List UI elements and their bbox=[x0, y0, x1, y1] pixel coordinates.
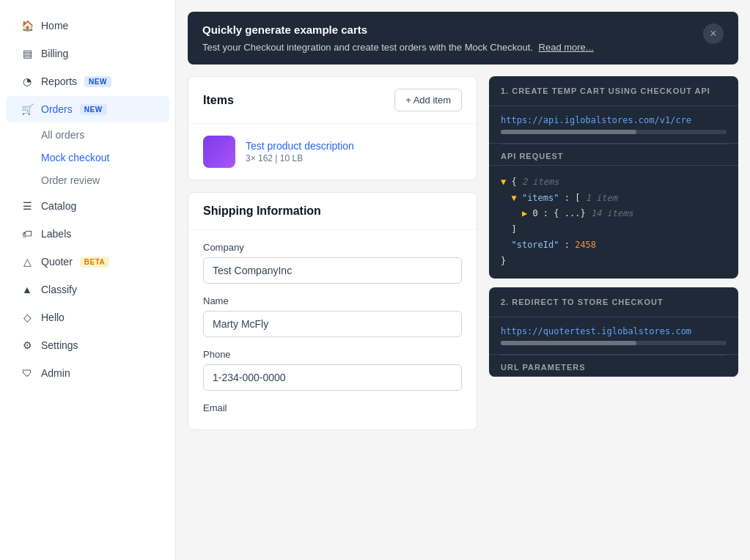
product-meta: 3× 162 | 10 LB bbox=[246, 153, 354, 163]
api-card-1-title: 1. CREATE TEMP CART USING CHECKOUT API bbox=[501, 86, 727, 95]
orders-badge: NEW bbox=[80, 104, 107, 115]
quoter-icon: △ bbox=[21, 255, 34, 268]
phone-label: Phone bbox=[203, 349, 462, 360]
api-url-1: https://api.iglobalstores.com/v1/cre bbox=[501, 115, 727, 125]
name-label: Name bbox=[203, 295, 462, 306]
code-line-1: ▼ { 2 items bbox=[501, 174, 727, 191]
items-title: Items bbox=[203, 94, 234, 107]
left-panel: Items + Add item Test product descriptio… bbox=[188, 76, 477, 430]
quoter-badge: BETA bbox=[80, 257, 109, 268]
sidebar-item-label: Billing bbox=[41, 48, 68, 59]
name-field: Name bbox=[203, 295, 462, 337]
banner-content: Quickly generate example carts Test your… bbox=[202, 23, 703, 53]
triangle-icon-2: ▼ bbox=[511, 193, 516, 203]
code-line-5: "storeId" : 2458 bbox=[501, 237, 727, 254]
banner-description: Test your Checkout integration and creat… bbox=[202, 42, 703, 53]
orders-icon: 🛒 bbox=[21, 103, 34, 116]
sidebar-item-label: Admin bbox=[41, 367, 70, 379]
banner-title: Quickly generate example carts bbox=[202, 23, 703, 36]
product-thumbnail bbox=[203, 136, 235, 168]
sidebar-item-labels[interactable]: 🏷 Labels bbox=[6, 221, 169, 247]
sidebar-item-classify[interactable]: ▲ Classify bbox=[6, 276, 169, 303]
company-input[interactable] bbox=[203, 257, 462, 284]
sidebar-item-mock-checkout[interactable]: Mock checkout bbox=[34, 147, 175, 169]
sidebar-item-label: Reports bbox=[41, 75, 77, 87]
sidebar-item-settings[interactable]: ⚙ Settings bbox=[6, 332, 169, 358]
sidebar-item-label: Quoter bbox=[41, 256, 73, 268]
shipping-body: Company Name Phone Email bbox=[188, 230, 477, 430]
sidebar-item-label: Orders bbox=[41, 103, 73, 115]
url-parameters-label: URL PARAMETERS bbox=[489, 355, 738, 377]
product-row: Test product description 3× 162 | 10 LB bbox=[188, 124, 477, 180]
sidebar-item-admin[interactable]: 🛡 Admin bbox=[6, 360, 169, 386]
api-card-2-header: 2. REDIRECT TO STORE CHECKOUT bbox=[489, 287, 738, 317]
sidebar-item-billing[interactable]: ▤ Billing bbox=[6, 40, 169, 67]
triangle-icon-3: ▶ bbox=[522, 208, 527, 218]
billing-icon: ▤ bbox=[21, 47, 34, 60]
content-area: Items + Add item Test product descriptio… bbox=[176, 76, 750, 442]
sidebar-item-all-orders[interactable]: All orders bbox=[34, 124, 175, 146]
reports-icon: ◔ bbox=[21, 75, 34, 88]
shipping-title: Shipping Information bbox=[203, 205, 462, 218]
settings-icon: ⚙ bbox=[21, 339, 34, 352]
api-url-scroll-thumb-1 bbox=[501, 130, 636, 134]
main-content: Quickly generate example carts Test your… bbox=[176, 0, 750, 560]
product-name: Test product description bbox=[246, 140, 354, 152]
sidebar-item-orders[interactable]: 🛒 Orders NEW bbox=[6, 96, 169, 122]
items-card: Items + Add item Test product descriptio… bbox=[188, 76, 477, 180]
banner-read-more-link[interactable]: Read more... bbox=[539, 42, 594, 53]
email-field: Email bbox=[203, 402, 462, 418]
sidebar-item-catalog[interactable]: ☰ Catalog bbox=[6, 193, 169, 219]
phone-input[interactable] bbox=[203, 364, 462, 391]
api-url-2: https://quotertest.iglobalstores.com bbox=[501, 326, 727, 336]
classify-icon: ▲ bbox=[21, 283, 34, 296]
code-line-3: ▶ 0 : { ...} 14 items bbox=[501, 206, 727, 222]
admin-icon: 🛡 bbox=[21, 366, 34, 380]
catalog-icon: ☰ bbox=[21, 199, 34, 213]
reports-badge: NEW bbox=[84, 76, 111, 87]
sidebar: 🏠 Home ▤ Billing ◔ Reports NEW 🛒 Orders … bbox=[0, 0, 176, 560]
sidebar-item-hello[interactable]: ◇ Hello bbox=[6, 304, 169, 331]
triangle-icon-1: ▼ bbox=[501, 177, 506, 187]
shipping-card: Shipping Information Company Name Phone bbox=[188, 192, 477, 430]
sidebar-item-order-review[interactable]: Order review bbox=[34, 169, 175, 191]
sidebar-item-label: Catalog bbox=[41, 200, 76, 212]
right-panel: 1. CREATE TEMP CART USING CHECKOUT API h… bbox=[489, 76, 738, 430]
orders-subnav: All orders Mock checkout Order review bbox=[34, 123, 175, 192]
api-card-1: 1. CREATE TEMP CART USING CHECKOUT API h… bbox=[489, 76, 738, 279]
sidebar-item-quoter[interactable]: △ Quoter BETA bbox=[6, 248, 169, 275]
code-line-2: ▼ "items" : [ 1 item bbox=[501, 191, 727, 207]
api-code-block: ▼ { 2 items ▼ "items" : [ 1 item ▶ 0 : { bbox=[489, 166, 738, 279]
banner: Quickly generate example carts Test your… bbox=[188, 12, 738, 65]
sidebar-item-label: Classify bbox=[41, 284, 77, 295]
sidebar-item-label: Settings bbox=[41, 339, 78, 351]
api-card-2-title: 2. REDIRECT TO STORE CHECKOUT bbox=[501, 298, 727, 306]
api-request-label: API REQUEST bbox=[489, 144, 738, 166]
code-line-6: } bbox=[501, 254, 727, 270]
hello-icon: ◇ bbox=[21, 311, 34, 324]
labels-icon: 🏷 bbox=[21, 227, 34, 240]
api-url-scrollbar-2[interactable] bbox=[501, 341, 727, 345]
banner-close-button[interactable]: × bbox=[703, 23, 724, 44]
api-url-row-2: https://quotertest.iglobalstores.com bbox=[489, 317, 738, 355]
sidebar-item-label: Labels bbox=[41, 228, 71, 240]
sidebar-item-label: Hello bbox=[41, 312, 65, 323]
sidebar-item-home[interactable]: 🏠 Home bbox=[6, 12, 169, 39]
company-label: Company bbox=[203, 242, 462, 253]
sidebar-item-label: Home bbox=[41, 20, 68, 32]
api-url-row-1: https://api.iglobalstores.com/v1/cre bbox=[489, 106, 738, 144]
company-field: Company bbox=[203, 242, 462, 284]
shipping-header: Shipping Information bbox=[188, 193, 477, 230]
sidebar-item-reports[interactable]: ◔ Reports NEW bbox=[6, 68, 169, 95]
add-item-button[interactable]: + Add item bbox=[394, 89, 462, 111]
name-input[interactable] bbox=[203, 311, 462, 337]
home-icon: 🏠 bbox=[21, 19, 34, 32]
api-card-2: 2. REDIRECT TO STORE CHECKOUT https://qu… bbox=[489, 287, 738, 377]
items-card-header: Items + Add item bbox=[188, 77, 477, 124]
code-line-4: ] bbox=[501, 222, 727, 238]
email-label: Email bbox=[203, 402, 462, 413]
phone-field: Phone bbox=[203, 349, 462, 391]
api-url-scroll-thumb-2 bbox=[501, 341, 636, 345]
product-info: Test product description 3× 162 | 10 LB bbox=[246, 140, 354, 163]
api-url-scrollbar-1[interactable] bbox=[501, 130, 727, 134]
